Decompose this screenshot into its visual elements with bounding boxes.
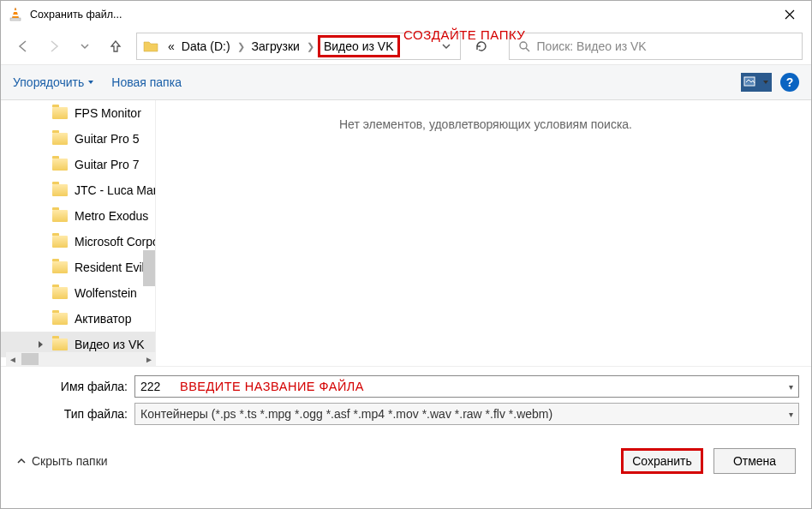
chevron-right-icon: ❯ [234,41,248,52]
filename-value: 222 [140,380,160,393]
tree-item[interactable]: Guitar Pro 7 [1,152,155,177]
hscroll-thumb[interactable] [21,353,39,365]
address-dropdown[interactable] [434,41,458,51]
save-button[interactable]: Сохранить [621,448,703,474]
folder-icon [52,184,68,196]
tree-scrollbar-thumb[interactable] [143,250,155,286]
tree-item[interactable]: Microsoft Corporation [1,229,155,254]
window-title: Сохранить файл... [30,9,770,21]
tree-item[interactable]: Metro Exodus [1,203,155,229]
footer: Скрыть папки Сохранить Отмена [1,437,811,485]
hide-folders-label: Скрыть папки [32,454,108,468]
tree-item-label: Guitar Pro 5 [75,132,139,146]
tree-item[interactable]: FPS Monitor [1,100,155,126]
view-options-button[interactable] [741,73,772,92]
filename-input[interactable]: 222 ▾ [134,375,799,398]
svg-rect-2 [13,15,19,16]
scroll-left-icon[interactable]: ◄ [6,355,20,364]
svg-rect-1 [14,10,18,12]
tree-item-label: Активатор [75,312,131,326]
filetype-label: Тип файла: [13,407,134,421]
breadcrumb-drive[interactable]: Data (D:) [178,38,234,55]
hide-folders-toggle[interactable]: Скрыть папки [16,454,108,468]
folder-icon [52,261,68,273]
search-icon [518,40,530,52]
organize-menu[interactable]: Упорядочить [13,75,94,89]
chevron-down-icon[interactable]: ▾ [789,410,793,419]
search-placeholder: Поиск: Видео из VK [537,39,647,53]
tree-item-label: Guitar Pro 7 [75,158,139,171]
breadcrumb-downloads[interactable]: Загрузки [248,38,303,55]
tree-item[interactable]: Resident Evil [1,254,155,280]
folder-icon [52,133,68,145]
close-button[interactable] [770,1,809,28]
empty-message: Нет элементов, удовлетворяющих условиям … [160,117,811,131]
folder-icon [52,159,68,171]
folder-icon [52,287,68,299]
toolbar: Упорядочить Новая папка ? [1,64,811,100]
tree-hscroll[interactable]: ◄ ► [6,352,156,366]
breadcrumb-current[interactable]: Видео из VK [318,35,400,57]
folder-icon [142,38,159,55]
tree-item-label: Metro Exodus [75,209,148,223]
folder-icon [52,210,68,222]
back-button[interactable] [9,34,37,58]
nav-bar: СОЗДАЙТЕ ПАПКУ « Data (D:) ❯ Загрузки ❯ … [1,28,811,64]
folder-icon [52,338,68,350]
folder-icon [52,236,68,248]
file-list[interactable]: Нет элементов, удовлетворяющих условиям … [160,100,811,366]
breadcrumb-overflow[interactable]: « [164,38,178,55]
up-button[interactable] [102,34,129,58]
tree-item[interactable]: Guitar Pro 5 [1,126,155,152]
annotation-create-folder: СОЗДАЙТЕ ПАПКУ [403,27,525,42]
folder-tree[interactable]: FPS Monitor Guitar Pro 5 Guitar Pro 7 JT… [1,100,155,366]
tree-item-label: Wolfenstein [75,286,137,300]
tree-item-label: Microsoft Corporation [75,235,155,249]
folder-icon [52,107,68,119]
tree-item[interactable]: Wolfenstein [1,280,155,306]
chevron-up-icon [16,456,27,466]
tree-item-label: FPS Monitor [75,106,141,120]
recent-locations-button[interactable] [71,34,99,58]
filetype-select[interactable]: Контейнеры (*.ps *.ts *.mpg *.ogg *.asf … [134,403,799,425]
svg-point-3 [520,42,527,49]
tree-item[interactable]: JTC - Luca Mantovanelli [1,177,155,203]
tree-item-label: Видео из VK [75,338,145,351]
form-area: Имя файла: 222 ▾ ВВЕДИТЕ НАЗВАНИЕ ФАЙЛА … [1,366,811,437]
tree-item-label: Resident Evil [75,260,145,274]
new-folder-button[interactable]: Новая папка [111,75,182,89]
scroll-right-icon[interactable]: ► [142,355,156,364]
filename-label: Имя файла: [13,380,134,393]
folder-icon [52,313,68,325]
chevron-right-icon: ❯ [303,41,318,52]
filetype-value: Контейнеры (*.ps *.ts *.mpg *.ogg *.asf … [140,407,552,421]
help-button[interactable]: ? [780,73,799,92]
vlc-icon [8,7,23,22]
chevron-down-icon[interactable]: ▾ [789,382,793,392]
content-area: FPS Monitor Guitar Pro 5 Guitar Pro 7 JT… [1,100,811,366]
forward-button[interactable] [40,34,68,58]
title-bar: Сохранить файл... [1,1,811,28]
svg-rect-0 [10,18,21,21]
cancel-button[interactable]: Отмена [713,448,796,474]
tree-item[interactable]: Активатор [1,306,155,332]
tree-item-label: JTC - Luca Mantovanelli [75,183,155,197]
search-input[interactable]: Поиск: Видео из VK [509,33,803,60]
